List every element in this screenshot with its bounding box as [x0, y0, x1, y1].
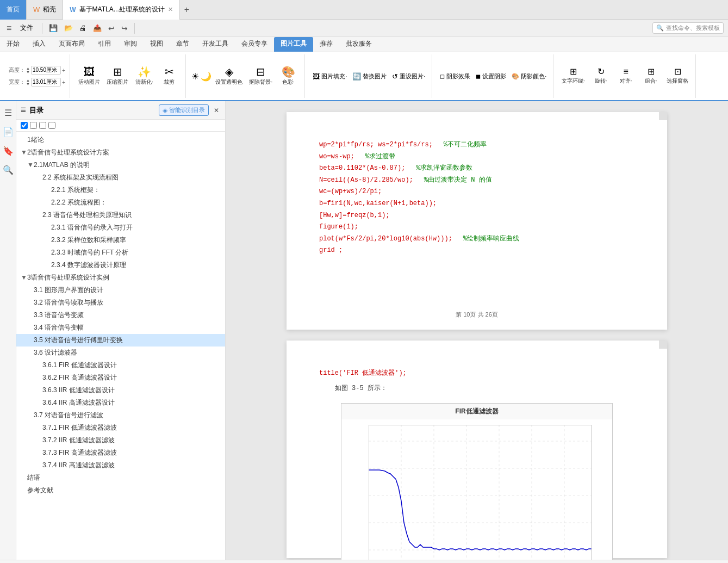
toc-item-s31[interactable]: 3.1 图形用户界面的设计: [16, 284, 225, 296]
width-input[interactable]: [31, 78, 61, 86]
toc-item-s21[interactable]: ▼2.1MATLAB 的说明: [16, 159, 225, 171]
tab-chapter[interactable]: 章节: [170, 37, 196, 52]
toc-item-s222[interactable]: 2.2.2 系统流程图：: [16, 196, 225, 209]
tab-insert[interactable]: 插入: [26, 37, 52, 52]
bookmark-icon[interactable]: 🔖: [1, 144, 16, 158]
tab-wps[interactable]: W 稻壳: [27, 0, 63, 20]
set-shadow-btn[interactable]: ◼ 设置阴影: [474, 71, 508, 82]
search-box[interactable]: 🔍 查找命令、搜索模板: [652, 22, 724, 34]
cb-opt1[interactable]: [30, 122, 37, 129]
toc-item-s23[interactable]: 2.3 语音信号处理相关原理知识: [16, 209, 225, 221]
toc-item-s32[interactable]: 3.2 语音信号读取与播放: [16, 296, 225, 309]
align-btn[interactable]: ≡ 对齐·: [614, 66, 638, 86]
brightness-down-btn[interactable]: 🌙: [201, 71, 211, 82]
sidebar-collapse-btn[interactable]: ☰: [21, 107, 26, 114]
toc-item-s37[interactable]: 3.7 对语音信号进行滤波: [16, 409, 225, 422]
cb-opt3[interactable]: [48, 122, 55, 129]
toc-item-s22[interactable]: 2.2 系统框架及实现流程图: [16, 171, 225, 184]
remove-bg-btn[interactable]: ⊟ 抠除背景·: [246, 65, 275, 88]
brightness-up-btn[interactable]: ☀: [191, 71, 199, 82]
shadow-effect-btn[interactable]: ◻ 阴影效果: [438, 71, 472, 82]
toc-item-s374[interactable]: 3.7.4 IIR 高通滤波器滤波: [16, 459, 225, 472]
toc-item-s373[interactable]: 3.7.3 FIR 高通滤波器滤波: [16, 447, 225, 459]
print-btn[interactable]: 🖨: [77, 23, 89, 33]
height-down-arrow[interactable]: ▼: [26, 70, 30, 74]
tab-recommend[interactable]: 推荐: [313, 37, 339, 52]
save-btn[interactable]: 💾: [47, 23, 60, 33]
hamburger-menu-btn[interactable]: ≡: [4, 22, 14, 34]
search-icon[interactable]: 🔍: [1, 163, 16, 177]
tab-doc[interactable]: W 基于MATLA...处理系统的设计 ✕: [63, 0, 179, 20]
tab-view[interactable]: 视图: [144, 37, 170, 52]
toc-item-s232[interactable]: 2.3.2 采样位数和采样频率: [16, 234, 225, 246]
tab-review[interactable]: 审阅: [117, 37, 144, 52]
height-increment[interactable]: +: [62, 67, 65, 73]
tab-close-icon[interactable]: ✕: [168, 6, 173, 13]
shadow-color-btn[interactable]: 🎨 阴影颜色·: [509, 71, 549, 82]
reset-btn[interactable]: ↺ 重设图片·: [390, 71, 427, 82]
toc-toggle-s2[interactable]: ▼: [21, 149, 27, 156]
rotate-btn[interactable]: ↻ 旋转·: [589, 66, 613, 86]
tab-layout[interactable]: 页面布局: [52, 37, 91, 52]
toc-item-s363[interactable]: 3.6.3 IIR 低通滤波器设计: [16, 384, 225, 397]
tab-batch[interactable]: 批改服务: [339, 37, 378, 52]
new-tab-button[interactable]: +: [180, 0, 194, 20]
toc-item-s231[interactable]: 2.3.1 语音信号的录入与打开: [16, 221, 225, 234]
toc-item-s1[interactable]: 1绪论: [16, 134, 225, 146]
tab-vip[interactable]: 会员专享: [235, 37, 274, 52]
combine-btn[interactable]: ⊞ 组合·: [639, 66, 663, 86]
tab-ref[interactable]: 引用: [91, 37, 117, 52]
toc-item-s364[interactable]: 3.6.4 IIR 高通滤波器设计: [16, 397, 225, 409]
document-area[interactable]: wp=2*pi*fp/rs; ws=2*pi*fs/rs; %不可二化频率 wo…: [226, 101, 728, 560]
toc-item-s234[interactable]: 2.3.4 数字滤波器设计原理: [16, 259, 225, 271]
redo-btn[interactable]: ↪: [119, 23, 130, 34]
toc-item-sjy[interactable]: 结语: [16, 472, 225, 484]
tab-picture[interactable]: 图片工具: [274, 37, 313, 52]
undo-btn[interactable]: ↩: [106, 23, 117, 34]
open-btn[interactable]: 📂: [62, 23, 75, 33]
clear-btn[interactable]: ✨ 清新化·: [132, 65, 156, 88]
text-wrap-btn[interactable]: ⊞ 文字环绕·: [559, 66, 588, 86]
transparent-btn[interactable]: ◈ 设置透明色: [213, 65, 245, 88]
toc-item-s33[interactable]: 3.3 语音信号变频: [16, 309, 225, 321]
crop-btn[interactable]: ✂ 裁剪: [157, 65, 181, 88]
sidebar-close-btn[interactable]: ✕: [212, 106, 221, 115]
height-input[interactable]: [31, 66, 61, 75]
add-image-btn[interactable]: 🖼 活动图片: [76, 65, 103, 88]
toc-item-s372[interactable]: 3.7.2 IIR 低通滤波器滤波: [16, 434, 225, 447]
pages-icon[interactable]: 📄: [1, 125, 16, 139]
width-increment[interactable]: +: [62, 79, 65, 85]
cb-opt2[interactable]: [39, 122, 46, 129]
tab-start[interactable]: 开始: [0, 37, 26, 52]
compress-btn[interactable]: ⊞ 压缩图片: [104, 65, 131, 88]
toc-item-s221[interactable]: 2.2.1 系统框架：: [16, 184, 225, 196]
height-up-arrow[interactable]: ▲: [26, 66, 30, 70]
toc-toggle-s21[interactable]: ▼: [27, 161, 34, 169]
menu-file[interactable]: 文件: [16, 22, 38, 34]
toc-item-s2[interactable]: ▼2语音信号处理系统设计方案: [16, 146, 225, 159]
toc-item-s361[interactable]: 3.6.1 FIR 低通滤波器设计: [16, 359, 225, 372]
toc-toggle-s3[interactable]: ▼: [21, 274, 27, 281]
toc-item-s3[interactable]: ▼3语音信号处理系统设计实例: [16, 271, 225, 284]
toc-item-s371[interactable]: 3.7.1 FIR 低通滤波器滤波: [16, 422, 225, 434]
select-pane-btn[interactable]: ⊡ 选择窗格: [664, 66, 691, 86]
smart-toc-btn[interactable]: ◈ 智能识别目录: [159, 104, 209, 116]
export-btn[interactable]: 📤: [91, 23, 104, 33]
toc-item-s36[interactable]: 3.6 设计滤波器: [16, 347, 225, 359]
toc-item-sref[interactable]: 参考文献: [16, 484, 225, 497]
width-down-arrow[interactable]: ▼: [26, 82, 30, 86]
replace-btn[interactable]: 🔄 替换图片: [350, 71, 389, 82]
hamburger-icon[interactable]: ☰: [2, 106, 14, 120]
fill-btn[interactable]: 🖼 图片填充·: [310, 71, 349, 82]
tab-dev[interactable]: 开发工具: [196, 37, 235, 52]
toc-item-s233[interactable]: 2.3.3 时域信号的 FFT 分析: [16, 246, 225, 259]
cb-show-all[interactable]: [21, 122, 28, 129]
code-line-3: beta=0.1102*(As-0.87); %求凯泽窗函数参数: [319, 163, 634, 175]
toc-label-s36: 3.6 设计滤波器: [34, 349, 77, 356]
width-up-arrow[interactable]: ▲: [26, 78, 30, 82]
toc-item-s362[interactable]: 3.6.2 FIR 高通滤波器设计: [16, 372, 225, 384]
toc-item-s35[interactable]: 3.5 对语音信号进行傅里叶变换: [16, 334, 225, 347]
toc-item-s34[interactable]: 3.4 语音信号变幅: [16, 321, 225, 334]
tab-home[interactable]: 首页: [0, 0, 27, 20]
color-btn[interactable]: 🎨 色彩·: [276, 65, 300, 88]
